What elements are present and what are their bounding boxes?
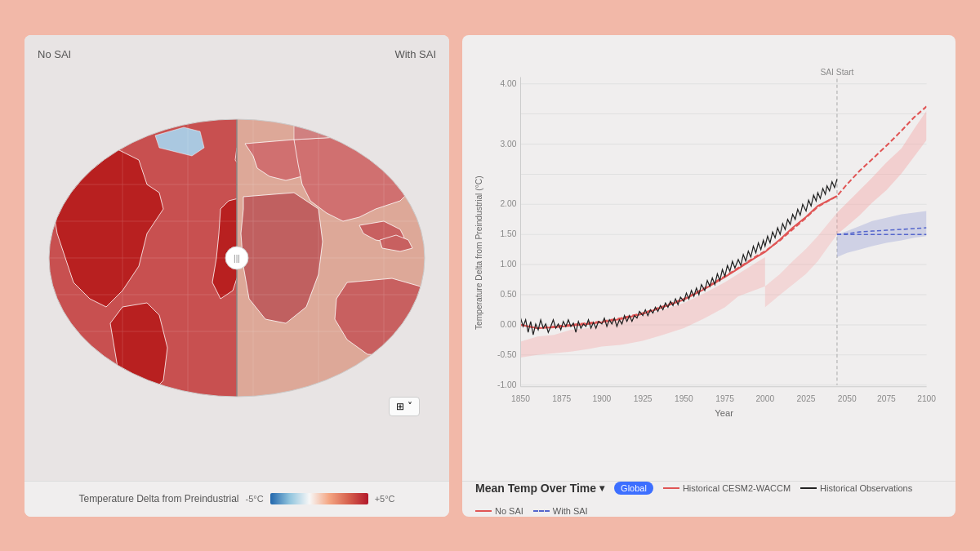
legend-with-sai: With SAI xyxy=(533,506,588,516)
svg-text:0.00: 0.00 xyxy=(500,319,516,328)
svg-text:-0.50: -0.50 xyxy=(497,349,517,358)
legend-line-obs xyxy=(800,487,817,489)
svg-text:1975: 1975 xyxy=(715,394,734,403)
svg-text:Temperature Delta from Preindu: Temperature Delta from Preindustrial (°C… xyxy=(474,176,483,330)
svg-text:2.00: 2.00 xyxy=(500,199,516,208)
with-sai-label: With SAI xyxy=(394,48,436,60)
legend-line-sai xyxy=(533,510,550,512)
chevron-down-icon: ▾ xyxy=(599,482,604,494)
map-container: ||| ⊞ ˅ xyxy=(41,87,433,429)
legend-label-obs: Historical Observations xyxy=(820,483,912,493)
svg-text:2075: 2075 xyxy=(877,394,896,403)
legend-line-nosai xyxy=(475,510,492,512)
right-panel: Temperature Delta from Preindustrial (°C… xyxy=(462,35,956,517)
svg-text:0.50: 0.50 xyxy=(500,290,516,299)
legend-obs: Historical Observations xyxy=(800,483,912,493)
svg-text:1.50: 1.50 xyxy=(500,229,516,238)
svg-text:SAI Start: SAI Start xyxy=(820,68,853,77)
no-sai-label: No SAI xyxy=(38,48,71,60)
map-area: No SAI With SAI xyxy=(24,35,449,481)
legend-title: Temperature Delta from Preindustrial xyxy=(78,493,238,504)
svg-text:2000: 2000 xyxy=(755,394,774,403)
legend-label-sai: With SAI xyxy=(553,506,588,516)
legend-line-cesm2 xyxy=(663,487,679,489)
legend-max: +5°C xyxy=(375,494,395,504)
map-legend: Temperature Delta from Preindustrial -5°… xyxy=(24,481,449,517)
global-badge[interactable]: Global xyxy=(614,482,653,495)
svg-text:3.00: 3.00 xyxy=(500,139,516,148)
svg-text:4.00: 4.00 xyxy=(500,78,516,87)
layers-chevron: ˅ xyxy=(408,401,412,412)
svg-text:2050: 2050 xyxy=(838,394,857,403)
svg-text:2100: 2100 xyxy=(917,394,936,403)
legend-label-cesm2: Historical CESM2-WACCM xyxy=(683,483,791,493)
layers-icon: ⊞ xyxy=(396,401,404,412)
main-container: No SAI With SAI xyxy=(24,35,956,517)
legend-min: -5°C xyxy=(246,494,264,504)
legend-cesm2: Historical CESM2-WACCM xyxy=(663,483,791,493)
temperature-chart: Temperature Delta from Preindustrial (°C… xyxy=(470,48,939,474)
svg-text:1850: 1850 xyxy=(511,394,530,403)
svg-text:2025: 2025 xyxy=(797,394,816,403)
svg-text:Year: Year xyxy=(715,407,733,417)
chart-area: Temperature Delta from Preindustrial (°C… xyxy=(462,35,956,481)
svg-text:1875: 1875 xyxy=(552,394,571,403)
layers-button[interactable]: ⊞ ˅ xyxy=(389,397,420,416)
chart-footer: Mean Temp Over Time ▾ Global Historical … xyxy=(462,481,956,517)
left-panel: No SAI With SAI xyxy=(24,35,449,517)
svg-text:1950: 1950 xyxy=(675,394,693,403)
chart-title[interactable]: Mean Temp Over Time ▾ xyxy=(475,482,604,495)
svg-text:|||: ||| xyxy=(234,254,240,263)
svg-text:1.00: 1.00 xyxy=(500,260,516,269)
legend-no-sai: No SAI xyxy=(475,506,523,516)
svg-text:-1.00: -1.00 xyxy=(497,380,517,389)
svg-text:1925: 1925 xyxy=(634,394,653,403)
svg-text:1900: 1900 xyxy=(593,394,612,403)
legend-gradient xyxy=(270,493,368,504)
legend-label-nosai: No SAI xyxy=(495,506,523,516)
